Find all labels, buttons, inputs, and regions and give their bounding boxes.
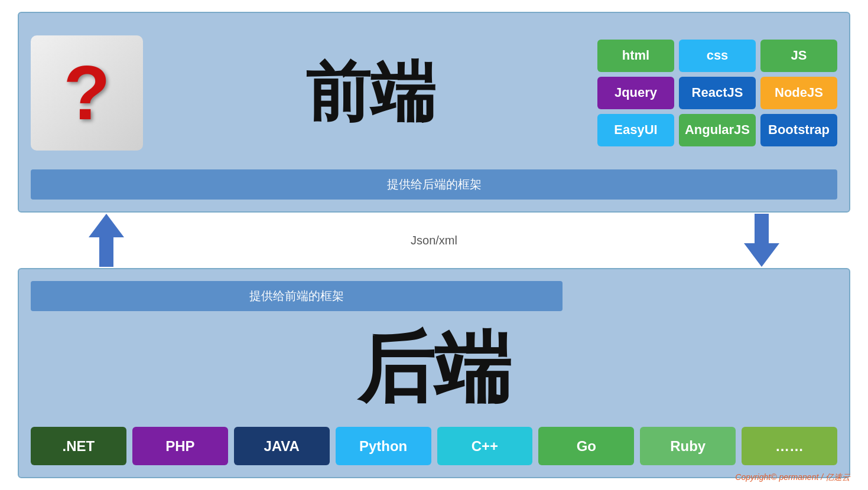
frontend-tag-bootstrap: Bootstrap [760, 114, 837, 146]
backend-tag-ruby: Ruby [640, 427, 736, 465]
arrow-down-icon [744, 214, 779, 267]
arrow-section: Json/xml [18, 213, 850, 268]
copyright: Copyright© permanent / 亿速云 [735, 472, 850, 483]
arrow-up-icon [89, 214, 124, 267]
backend-section: 提供给前端的框架 后端 .NETPHPJAVAPythonC++GoRuby…… [18, 268, 850, 478]
backend-tag-……: …… [742, 427, 837, 465]
backend-tag-php: PHP [132, 427, 228, 465]
frontend-tag-js: JS [760, 40, 837, 72]
main-container: 前端 htmlcssJSJqueryReactJSNodeJSEasyUIAng… [0, 0, 868, 490]
frontend-section: 前端 htmlcssJSJqueryReactJSNodeJSEasyUIAng… [18, 12, 850, 213]
frontend-tag-reactjs: ReactJS [679, 77, 756, 109]
backend-tag-c+: C++ [437, 427, 533, 465]
frontend-tag-html: html [597, 40, 674, 72]
frontend-tag-nodejs: NodeJS [760, 77, 837, 109]
arrow-up-group [89, 214, 124, 267]
backend-framework-bar: 提供给前端的框架 [31, 281, 563, 311]
backend-title: 后端 [31, 317, 837, 421]
frontend-tag-easyui: EasyUI [597, 114, 674, 146]
frontend-tag-angularjs: AngularJS [679, 114, 756, 146]
backend-tag-python: Python [336, 427, 431, 465]
frontend-tags: htmlcssJSJqueryReactJSNodeJSEasyUIAngula… [597, 40, 837, 146]
frontend-framework-bar: 提供给后端的框架 [31, 169, 837, 200]
frontend-tag-jquery: Jquery [597, 77, 674, 109]
backend-tag-java: JAVA [234, 427, 330, 465]
svg-marker-1 [744, 214, 779, 267]
json-xml-label: Json/xml [411, 234, 457, 247]
question-mark-image [31, 35, 143, 151]
frontend-title: 前端 [143, 49, 597, 137]
svg-marker-0 [89, 214, 124, 267]
backend-tag-go: Go [538, 427, 634, 465]
backend-tag-net: .NET [31, 427, 126, 465]
frontend-tag-css: css [679, 40, 756, 72]
copyright-text: Copyright© permanent / 亿速云 [735, 472, 850, 483]
backend-tags: .NETPHPJAVAPythonC++GoRuby…… [31, 427, 837, 465]
arrow-down-group [744, 214, 779, 267]
